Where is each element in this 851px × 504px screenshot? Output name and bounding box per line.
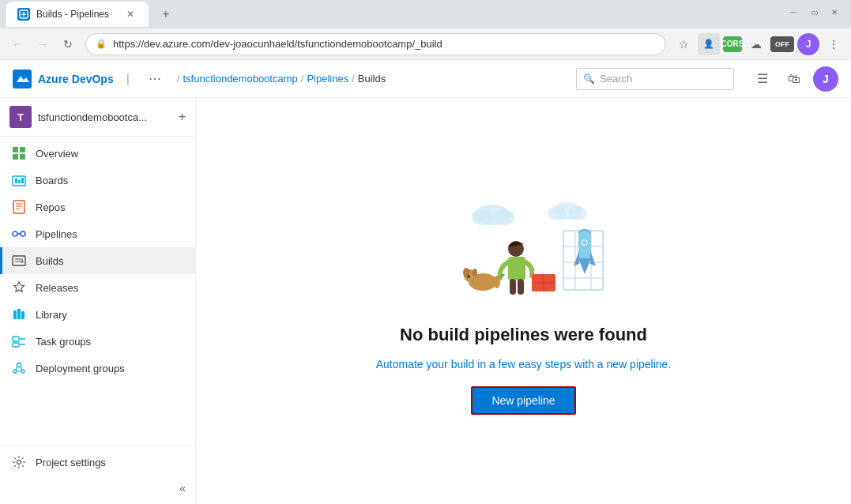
url-text: https://dev.azure.com/dev-joaocunhaeld/t… xyxy=(113,38,656,50)
cart-icon: 🛍 xyxy=(788,72,800,86)
sidebar-item-releases[interactable]: Releases xyxy=(0,274,195,301)
user-avatar[interactable]: J xyxy=(813,66,838,92)
sidebar-item-boards[interactable]: Boards xyxy=(0,167,195,194)
svg-rect-44 xyxy=(508,257,525,280)
breadcrumb-org[interactable]: tsfunctiondemobootcamp xyxy=(183,73,297,85)
subtitle-start: Automate your xyxy=(376,358,451,370)
pipelines-label: Pipelines xyxy=(36,228,77,240)
svg-point-53 xyxy=(473,269,477,276)
sidebar-item-repos[interactable]: Repos xyxy=(0,194,195,220)
sidebar-item-builds[interactable]: Builds xyxy=(0,247,195,274)
app-header: Azure DevOps | ⋯ / tsfunctiondemobootcam… xyxy=(0,60,851,98)
refresh-button[interactable]: ↻ xyxy=(57,33,79,55)
bookmark-button[interactable]: ☆ xyxy=(672,33,695,55)
maximize-button[interactable]: ▭ xyxy=(807,5,821,19)
deployment-groups-label: Deployment groups xyxy=(36,363,125,374)
subtitle-link: build in xyxy=(451,358,486,370)
azure-logo-icon xyxy=(13,70,32,88)
pipelines-icon xyxy=(12,227,26,241)
project-avatar: T xyxy=(9,106,32,128)
header-separator-1: | xyxy=(126,72,130,86)
sidebar-item-library[interactable]: Library xyxy=(0,301,195,328)
boards-label: Boards xyxy=(36,175,68,186)
releases-label: Releases xyxy=(36,282,78,294)
lock-icon: 🔒 xyxy=(96,39,107,49)
ext-off-button[interactable]: OFF xyxy=(770,36,794,52)
svg-rect-10 xyxy=(13,201,24,213)
new-tab-button[interactable]: + xyxy=(155,3,177,25)
azure-devops-logo[interactable]: Azure DevOps xyxy=(13,70,114,88)
sidebar-item-task-groups[interactable]: Task groups xyxy=(0,328,195,355)
svg-point-11 xyxy=(13,231,17,236)
collapse-sidebar-button[interactable]: « xyxy=(179,482,186,495)
subtitle-end: a few easy steps with a new pipeline. xyxy=(486,358,671,370)
svg-point-20 xyxy=(17,363,21,367)
svg-rect-9 xyxy=(21,178,24,183)
repos-icon xyxy=(12,200,26,214)
empty-state: No build pipelines were found Automate y… xyxy=(345,156,703,446)
sidebar-item-pipelines[interactable]: Pipelines xyxy=(0,220,195,247)
sidebar-item-overview[interactable]: Overview xyxy=(0,140,195,167)
profile-avatar[interactable]: J xyxy=(797,33,819,55)
new-pipeline-button[interactable]: New pipeline xyxy=(471,386,575,415)
tab-title: Builds - Pipelines xyxy=(36,9,117,20)
sidebar-item-project-settings[interactable]: Project settings xyxy=(0,449,195,476)
svg-rect-8 xyxy=(18,180,21,183)
overview-label: Overview xyxy=(36,148,78,160)
minimize-button[interactable]: ─ xyxy=(786,5,800,19)
svg-point-26 xyxy=(492,209,514,225)
svg-point-54 xyxy=(467,275,470,278)
svg-rect-13 xyxy=(13,256,25,265)
header-more-button[interactable]: ⋯ xyxy=(142,66,168,92)
repos-label: Repos xyxy=(36,201,66,213)
breadcrumb-pipelines[interactable]: Pipelines xyxy=(307,73,348,85)
library-label: Library xyxy=(36,309,67,321)
project-settings-label: Project settings xyxy=(36,457,106,468)
breadcrumb-sep-0: / xyxy=(177,73,180,85)
library-icon xyxy=(12,307,26,322)
shopping-cart-button[interactable]: 🛍 xyxy=(781,66,807,92)
browser-tab[interactable]: Builds - Pipelines ✕ xyxy=(6,2,149,27)
boards-icon xyxy=(12,173,26,187)
svg-rect-17 xyxy=(21,311,24,319)
task-groups-label: Task groups xyxy=(36,336,91,348)
address-bar[interactable]: 🔒 https://dev.azure.com/dev-joaocunhaeld… xyxy=(85,33,666,55)
close-window-button[interactable]: ✕ xyxy=(827,5,842,19)
svg-marker-39 xyxy=(574,250,579,266)
svg-rect-2 xyxy=(13,147,18,152)
more-icon: ⋯ xyxy=(149,71,161,86)
forward-button[interactable]: → xyxy=(32,33,54,55)
svg-rect-4 xyxy=(13,154,18,160)
add-project-button[interactable]: + xyxy=(179,110,186,124)
notifications-button[interactable]: ☰ xyxy=(750,66,775,92)
header-right-actions: ☰ 🛍 J xyxy=(750,66,838,92)
breadcrumb: / tsfunctiondemobootcamp / Pipelines / B… xyxy=(177,73,386,85)
tab-close-button[interactable]: ✕ xyxy=(123,7,137,21)
svg-rect-45 xyxy=(510,279,516,295)
ext-profile-button[interactable]: 👤 xyxy=(698,33,720,55)
ext-cors-button[interactable]: CORS xyxy=(723,36,742,52)
main-area: T tsfunctiondemobootca... + xyxy=(0,98,851,504)
svg-rect-3 xyxy=(20,147,25,152)
svg-point-14 xyxy=(21,261,24,263)
settings-icon xyxy=(12,455,26,469)
app-container: Azure DevOps | ⋯ / tsfunctiondemobootcam… xyxy=(0,60,851,504)
svg-marker-38 xyxy=(578,258,591,274)
back-button[interactable]: ← xyxy=(6,33,28,55)
svg-point-42 xyxy=(582,241,586,245)
header-search-box[interactable]: 🔍 Search xyxy=(576,68,734,90)
breadcrumb-sep-1: / xyxy=(301,73,304,85)
svg-rect-7 xyxy=(15,179,17,183)
svg-rect-18 xyxy=(13,337,19,341)
browser-menu-button[interactable]: ⋮ xyxy=(823,33,845,55)
sidebar-item-deployment-groups[interactable]: Deployment groups xyxy=(0,355,195,382)
deployment-groups-icon xyxy=(12,361,26,375)
project-header[interactable]: T tsfunctiondemobootca... + xyxy=(0,98,195,137)
ext-cloud-button[interactable]: ☁ xyxy=(745,33,767,55)
svg-rect-16 xyxy=(17,309,21,319)
svg-point-12 xyxy=(21,231,25,236)
sidebar-nav: Overview Boards xyxy=(0,137,195,445)
svg-point-21 xyxy=(13,370,17,373)
sidebar: T tsfunctiondemobootca... + xyxy=(0,98,196,504)
empty-state-title: No build pipelines were found xyxy=(400,325,647,345)
